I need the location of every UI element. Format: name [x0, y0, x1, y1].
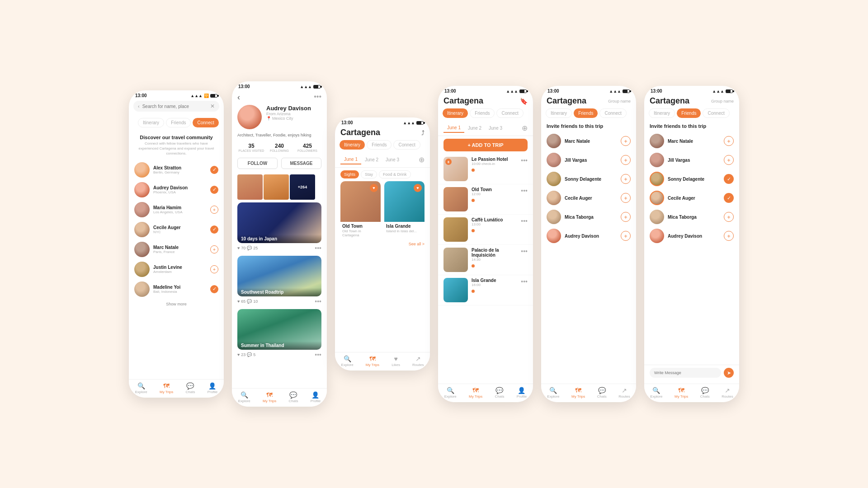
add-friend-button[interactable]: +	[621, 212, 631, 222]
action-add[interactable]: +	[210, 245, 218, 253]
action-add[interactable]: +	[210, 206, 218, 214]
tab-mytrips-3[interactable]: 🗺 My Trips	[366, 355, 379, 367]
tab-chats-1[interactable]: 💬 Chats	[185, 382, 195, 394]
add-friend-button[interactable]: +	[724, 155, 734, 165]
add-friend-button[interactable]: +	[621, 231, 631, 241]
trip-card-japan[interactable]: 10 days in Japan	[237, 202, 321, 243]
list-item[interactable]: Audrey Davison +	[650, 226, 734, 245]
tab-mytrips-4[interactable]: 🗺 My Trips	[469, 387, 482, 399]
trip-card-sw[interactable]: Southwest Roadtrip	[237, 256, 321, 296]
schedule-item-island[interactable]: Isla Grande 16:00 •••	[438, 275, 533, 305]
list-item[interactable]: Marc Natale +	[650, 131, 734, 150]
tab-chats-4[interactable]: 💬 Chats	[495, 387, 504, 399]
schedule-item-caffe[interactable]: Caffè Lunático 13:00 •••	[438, 215, 533, 245]
add-date-icon[interactable]: ⊕	[419, 155, 425, 164]
list-item[interactable]: Cecile Auger +	[547, 188, 631, 207]
date-3[interactable]: June 3	[485, 124, 506, 132]
message-input[interactable]	[650, 368, 721, 378]
tab-explore-4[interactable]: 🔍 Explore	[444, 387, 457, 399]
more-icon[interactable]: •••	[521, 278, 528, 302]
trip-card-thai[interactable]: Summer in Thailand	[237, 309, 321, 350]
tab-friends-1[interactable]: Friends	[166, 118, 191, 127]
tab-explore-3[interactable]: 🔍 Explore	[341, 355, 354, 367]
add-date-icon[interactable]: ⊕	[522, 124, 528, 132]
tab-connect-1[interactable]: Connect	[193, 118, 218, 127]
tab-explore-6[interactable]: 🔍 Explore	[650, 387, 662, 399]
search-input[interactable]	[142, 104, 208, 109]
more-icon[interactable]: •••	[521, 187, 528, 211]
action-done[interactable]: ✓	[210, 225, 218, 234]
tab-routes-6[interactable]: ↗ Routes	[722, 387, 733, 399]
list-item[interactable]: Cecile Auger ✓	[650, 188, 734, 207]
list-item[interactable]: Cecile Auger NYC ✓	[129, 220, 224, 239]
tab-mytrips-2[interactable]: 🗺 My Trips	[263, 391, 276, 403]
tab-mytrips-5[interactable]: 🗺 My Trips	[571, 387, 585, 399]
tab-profile-2[interactable]: 👤 Profile	[311, 391, 321, 403]
tab-connect-5[interactable]: Connect	[599, 108, 626, 118]
more-icon[interactable]: •••	[521, 217, 528, 242]
clear-icon[interactable]: ✕	[210, 103, 215, 109]
action-add[interactable]: +	[210, 265, 218, 273]
tab-friends-6[interactable]: Friends	[677, 108, 701, 118]
date-2[interactable]: June 2	[361, 155, 382, 164]
place-card-island[interactable]: ♥ Isla Grande Island in Islas del...	[384, 181, 425, 239]
bookmark-icon[interactable]: 🔖	[520, 98, 528, 105]
photo-2[interactable]	[264, 174, 289, 200]
add-friend-button[interactable]: +	[724, 136, 734, 146]
list-item[interactable]: Jill Vargas +	[650, 150, 734, 169]
add-friend-button[interactable]: +	[621, 193, 631, 203]
send-button[interactable]: ➤	[724, 368, 734, 378]
tab-mytrips-6[interactable]: 🗺 My Trips	[675, 387, 688, 399]
list-item[interactable]: Mica Taborga +	[547, 207, 631, 226]
see-all-link[interactable]: See all >	[335, 239, 430, 249]
tab-routes-5[interactable]: ↗ Routes	[618, 387, 630, 399]
add-friend-button[interactable]: +	[724, 231, 734, 241]
more-icon[interactable]: •••	[521, 157, 528, 181]
tab-chats-2[interactable]: 💬 Chats	[288, 391, 298, 403]
photo-3[interactable]: +264	[290, 174, 315, 200]
search-back-icon[interactable]: ‹	[138, 103, 140, 109]
tab-friends-5[interactable]: Friends	[574, 108, 598, 118]
tab-food[interactable]: Food & Drink	[379, 170, 411, 178]
done-friend-button[interactable]: ✓	[724, 193, 734, 203]
tab-profile-4[interactable]: 👤 Profile	[517, 387, 527, 399]
more-icon[interactable]: •••	[315, 244, 321, 252]
tab-connect-4[interactable]: Connect	[496, 108, 523, 118]
tab-mytrips-1[interactable]: 🗺 My Trips	[160, 382, 173, 394]
list-item[interactable]: Madeline Yoi Bali, Indonesia ✓	[129, 279, 224, 299]
list-item[interactable]: Marc Natale +	[547, 131, 631, 150]
tab-itinerary-4[interactable]: Itinerary	[443, 108, 468, 118]
more-icon[interactable]: •••	[315, 298, 321, 305]
list-item[interactable]: Audrey Davison Phoenix, USA ✓	[129, 180, 224, 200]
list-item[interactable]: Mica Taborga +	[650, 207, 734, 226]
list-item[interactable]: Marc Natale Paris, France +	[129, 239, 224, 259]
date-2[interactable]: June 2	[464, 124, 485, 132]
done-friend-button[interactable]: ✓	[724, 174, 734, 184]
show-more-link[interactable]: Show more	[129, 299, 224, 309]
list-item[interactable]: Alex Stratton Berlin, Germany ✓	[129, 160, 224, 180]
add-friend-button[interactable]: +	[621, 155, 631, 165]
tab-profile-1[interactable]: 👤 Profile	[208, 382, 218, 394]
list-item[interactable]: Sonny Delagente +	[547, 169, 631, 188]
tab-explore-5[interactable]: 🔍 Explore	[547, 387, 559, 399]
list-item[interactable]: Justin Levine Amsterdam +	[129, 259, 224, 279]
add-to-trip-button[interactable]: + ADD TO TRIP	[443, 139, 528, 151]
share-icon[interactable]: ⤴	[421, 129, 425, 136]
more-photos-badge[interactable]: +264	[290, 174, 315, 200]
tab-stay[interactable]: Stay	[361, 170, 377, 178]
date-1[interactable]: June 1	[340, 155, 361, 164]
tab-friends-4[interactable]: Friends	[470, 108, 495, 118]
tab-likes-3[interactable]: ♥ Likes	[392, 355, 400, 367]
back-icon[interactable]: ‹	[237, 93, 240, 102]
action-done[interactable]: ✓	[210, 166, 218, 174]
tab-routes-3[interactable]: ↗ Routes	[412, 355, 424, 367]
tab-itinerary-5[interactable]: Itinerary	[546, 108, 572, 118]
message-button[interactable]: MESSAGE	[281, 158, 321, 169]
add-friend-button[interactable]: +	[724, 212, 734, 222]
tab-explore-1[interactable]: 🔍 Explore	[135, 382, 147, 394]
list-item[interactable]: Jill Vargas +	[547, 150, 631, 169]
list-item[interactable]: Maria Hamim Los Angeles, USA +	[129, 200, 224, 220]
tab-itinerary-1[interactable]: Itinerary	[138, 118, 164, 127]
date-3[interactable]: June 3	[382, 155, 403, 164]
list-item[interactable]: Audrey Davison +	[547, 226, 631, 245]
